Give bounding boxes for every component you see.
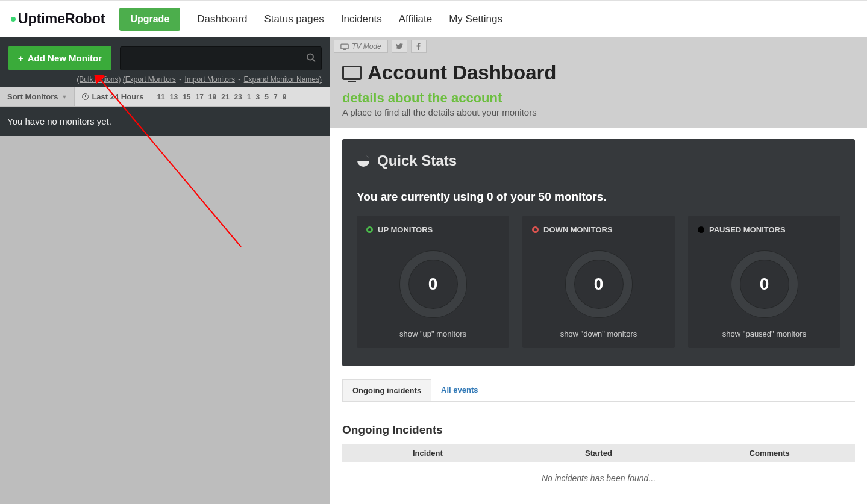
dot-icon: [11, 17, 16, 22]
up-label: UP MONITORS: [378, 225, 433, 234]
monitor-icon: [342, 66, 362, 80]
nav-status-pages[interactable]: Status pages: [264, 13, 324, 25]
top-header: UptimeRobot Upgrade Dashboard Status pag…: [0, 0, 867, 37]
ongoing-incidents-title: Ongoing Incidents: [342, 423, 855, 437]
facebook-icon[interactable]: [411, 40, 427, 53]
upgrade-button[interactable]: Upgrade: [119, 8, 180, 31]
monitors-sidebar: + Add New Monitor (Bulk Actions) (Export…: [0, 37, 330, 504]
svg-point-0: [307, 54, 313, 60]
timeline-row: Sort Monitors ▼ Last 24 Hours 11 13 15 1…: [0, 87, 330, 107]
paused-gauge: 0: [731, 251, 798, 317]
down-monitors-box[interactable]: DOWN MONITORS 0 show "down" monitors: [522, 216, 675, 348]
page-header: Account Dashboard details about the acco…: [330, 55, 867, 128]
incidents-tabs: Ongoing incidents All events: [342, 379, 855, 402]
sidebar-action-links: (Bulk Actions) (Export Monitors - Import…: [8, 75, 322, 84]
sort-label: Sort Monitors: [7, 92, 58, 101]
nav-my-settings[interactable]: My Settings: [449, 13, 502, 25]
tab-ongoing[interactable]: Ongoing incidents: [342, 379, 431, 401]
status-down-icon: [532, 226, 539, 233]
expand-names-link[interactable]: Expand Monitor Names): [244, 75, 322, 84]
show-paused-link: show "paused" monitors: [698, 329, 831, 338]
plus-icon: +: [18, 53, 23, 63]
col-comments: Comments: [684, 444, 855, 462]
up-monitors-box[interactable]: UP MONITORS 0 show "up" monitors: [357, 216, 509, 348]
quick-stats-card: Quick Stats You are currently using 0 of…: [342, 139, 855, 366]
brand-logo[interactable]: UptimeRobot: [11, 11, 105, 27]
show-up-link: show "up" monitors: [366, 329, 499, 338]
search-icon: [306, 52, 316, 64]
col-started: Started: [513, 444, 684, 462]
sort-monitors-dropdown[interactable]: Sort Monitors ▼: [0, 87, 75, 106]
export-monitors-link[interactable]: (Export Monitors: [123, 75, 176, 84]
status-up-icon: [366, 226, 373, 233]
col-incident: Incident: [342, 444, 513, 462]
monitor-search-input[interactable]: [120, 46, 322, 70]
down-gauge: 0: [566, 251, 632, 317]
page-subtitle: details about the account: [342, 90, 855, 106]
nav-dashboard[interactable]: Dashboard: [197, 13, 247, 25]
main-panel: TV Mode Account Dashboard details about …: [330, 37, 867, 504]
tab-all-events[interactable]: All events: [431, 379, 487, 401]
caret-down-icon: ▼: [62, 94, 67, 100]
add-new-monitor-button[interactable]: + Add New Monitor: [8, 46, 111, 70]
page-title: Account Dashboard: [368, 61, 557, 84]
hours-scale: 11 13 15 17 19 21 23 1 3 5 7 9: [157, 93, 286, 101]
incidents-empty-row: No incidents has been found...: [342, 462, 855, 494]
paused-monitors-box[interactable]: PAUSED MONITORS 0 show "paused" monitors: [688, 216, 840, 348]
tv-mode-button[interactable]: TV Mode: [334, 40, 388, 53]
clock-icon: [82, 93, 89, 100]
primary-nav: Dashboard Status pages Incidents Affilia…: [197, 13, 502, 25]
quick-stats-title: Quick Stats: [377, 152, 457, 169]
paused-label: PAUSED MONITORS: [709, 225, 786, 234]
nav-incidents[interactable]: Incidents: [341, 13, 382, 25]
show-down-link: show "down" monitors: [532, 329, 665, 338]
add-btn-label: Add New Monitor: [28, 53, 102, 63]
import-monitors-link[interactable]: Import Monitors: [185, 75, 235, 84]
no-monitors-message: You have no monitors yet.: [0, 107, 330, 136]
twitter-icon[interactable]: [392, 40, 407, 53]
sidebar-empty-area: [0, 136, 330, 504]
tv-icon: [340, 43, 349, 50]
down-label: DOWN MONITORS: [543, 225, 613, 234]
sidebar-controls: + Add New Monitor (Bulk Actions) (Export…: [0, 37, 330, 87]
last-24-hours-label: Last 24 Hours: [75, 92, 151, 101]
pie-chart-icon: [357, 154, 370, 167]
page-description: A place to find all the details about yo…: [342, 107, 855, 117]
status-paused-icon: [698, 226, 704, 233]
nav-affiliate[interactable]: Affiliate: [399, 13, 432, 25]
last24-text: Last 24 Hours: [92, 92, 143, 101]
up-gauge: 0: [400, 251, 466, 317]
brand-name: UptimeRobot: [18, 11, 105, 27]
bulk-actions-link[interactable]: (Bulk Actions): [77, 75, 121, 84]
svg-line-1: [313, 59, 315, 61]
tv-mode-label: TV Mode: [352, 42, 381, 51]
monitor-usage-text: You are currently using 0 of your 50 mon…: [357, 190, 840, 204]
incidents-table: Incident Started Comments No incidents h…: [342, 444, 855, 494]
tv-mode-bar: TV Mode: [330, 37, 867, 55]
svg-rect-2: [341, 44, 348, 49]
